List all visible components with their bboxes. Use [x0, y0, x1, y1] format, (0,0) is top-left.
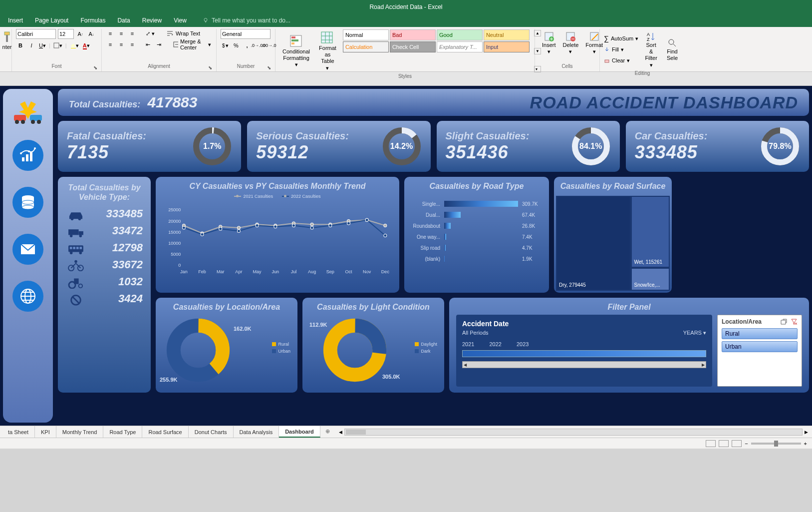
fill-button[interactable]: Fill ▾ [604, 44, 638, 54]
autosum-button[interactable]: ∑ AutoSum ▾ [604, 33, 638, 43]
accident-icon[interactable] [10, 99, 46, 124]
align-middle-button[interactable]: ≡ [117, 29, 126, 38]
bold-button[interactable]: B [16, 41, 25, 50]
border-button[interactable]: ▾ [52, 41, 63, 50]
tell-me-search[interactable]: Tell me what you want to do... [203, 17, 290, 24]
window-title: Road Accident Data - Excel [369, 3, 442, 10]
page-layout-view-button[interactable] [719, 440, 729, 447]
sheet-tab-ta-sheet[interactable]: ta Sheet [2, 426, 35, 438]
sheet-tab-road-type[interactable]: Road Type [103, 426, 142, 438]
data-nav-icon[interactable] [12, 187, 43, 218]
mail-nav-icon[interactable] [12, 234, 43, 265]
location-chart[interactable]: 162.0K 255.9K Rural Urban [156, 315, 297, 393]
orientation-button[interactable]: ⤢ ▾ [145, 29, 156, 38]
currency-button[interactable]: $▾ [221, 41, 230, 50]
horizontal-scrollbar[interactable]: ◀ ▶ [335, 426, 812, 438]
increase-font-button[interactable]: A↑ [76, 29, 85, 38]
style-check-cell[interactable]: Check Cell [390, 41, 436, 52]
decrease-decimal-button[interactable]: .00→.0 [265, 41, 273, 50]
font-dialog-launcher[interactable]: ⬊ [93, 65, 97, 70]
svg-point-96 [384, 224, 387, 227]
align-left-button[interactable]: ≡ [106, 40, 115, 49]
sheet-tab-dashboard[interactable]: Dashboard [279, 426, 320, 438]
style-good[interactable]: Good [437, 29, 483, 40]
align-center-button[interactable]: ≡ [117, 40, 126, 49]
style-bad[interactable]: Bad [390, 29, 436, 40]
align-top-button[interactable]: ≡ [106, 29, 115, 38]
style-explanatory[interactable]: Explanatory T... [437, 41, 483, 52]
timeline-slicer[interactable]: Accident Date All Periods YEARS ▾ 2021 2… [456, 315, 712, 387]
clear-button[interactable]: Clear ▾ [604, 55, 638, 65]
alignment-dialog-launcher[interactable]: ⬊ [208, 65, 212, 70]
align-bottom-button[interactable]: ≡ [128, 29, 137, 38]
format-as-table-button[interactable]: Format as Table ▾ [316, 29, 339, 73]
ribbon: nter A↑ A↓ B I U ▾ | ▾ | ▾ A ▾ Font⬊ [0, 27, 812, 72]
light-chart[interactable]: 112.9K 305.0K Daylight Dark [302, 315, 444, 393]
find-select-button[interactable]: Find Sele [664, 35, 681, 63]
percent-button[interactable]: % [232, 41, 241, 50]
increase-decimal-button[interactable]: .0→.00 [254, 41, 263, 50]
page-break-view-button[interactable] [732, 440, 742, 447]
sheet-tab-donut-charts[interactable]: Donut Charts [189, 426, 234, 438]
database-icon [19, 193, 37, 211]
svg-text:Feb: Feb [198, 270, 206, 275]
road-type-chart[interactable]: Single... 309.7K Dual... 67.4K Roundabou… [404, 194, 549, 293]
style-normal[interactable]: Normal [343, 29, 389, 40]
zoom-out-button[interactable]: − [745, 441, 748, 447]
normal-view-button[interactable] [706, 440, 716, 447]
align-right-button[interactable]: ≡ [128, 40, 137, 49]
sheet-tab-road-surface[interactable]: Road Surface [142, 426, 188, 438]
sheet-tab-monthly-trend[interactable]: Monthly Trend [56, 426, 104, 438]
tab-insert[interactable]: Insert [2, 15, 29, 26]
decrease-indent-button[interactable]: ⇤ [144, 40, 153, 49]
tab-formulas[interactable]: Formulas [74, 15, 111, 26]
number-format-select[interactable] [221, 29, 271, 39]
style-input[interactable]: Input [484, 41, 530, 52]
sort-filter-button[interactable]: AZSort & Filter ▾ [641, 29, 661, 70]
slicer-item-rural[interactable]: Rural [722, 328, 798, 339]
tab-view[interactable]: View [168, 15, 193, 26]
svg-text:10000: 10000 [168, 241, 181, 246]
timeline-bar[interactable] [462, 350, 706, 357]
tab-review[interactable]: Review [136, 15, 168, 26]
comma-button[interactable]: , [243, 41, 252, 50]
timeline-scrollbar[interactable]: ◀▶ [462, 361, 706, 368]
trend-chart[interactable]: 0500010000150002000025000JanFebMarAprMay… [156, 201, 399, 293]
svg-rect-11 [321, 32, 332, 43]
zoom-slider[interactable] [751, 443, 801, 445]
tab-data[interactable]: Data [111, 15, 136, 26]
svg-point-102 [274, 225, 277, 228]
font-size-select[interactable] [58, 29, 74, 39]
merge-center-button[interactable]: Merge & Center ▾ [172, 40, 212, 49]
insert-cells-button[interactable]: Insert ▾ [539, 29, 559, 57]
multi-select-icon[interactable] [781, 318, 788, 325]
number-dialog-launcher[interactable]: ⬊ [267, 65, 271, 70]
increase-indent-button[interactable]: ⇥ [155, 40, 164, 49]
location-slicer[interactable]: Location/Area Rural Urban [717, 315, 802, 387]
fill-color-button[interactable]: ▾ [69, 41, 80, 50]
font-color-button[interactable]: A ▾ [82, 41, 91, 50]
globe-nav-icon[interactable] [12, 281, 43, 312]
zoom-in-button[interactable]: + [804, 441, 807, 447]
tab-page-layout[interactable]: Page Layout [29, 15, 74, 26]
underline-button[interactable]: U ▾ [38, 41, 47, 50]
delete-cells-button[interactable]: Delete ▾ [560, 29, 582, 57]
format-painter-button[interactable]: nter [4, 29, 10, 52]
style-neutral[interactable]: Neutral [484, 29, 530, 40]
font-name-select[interactable] [16, 29, 56, 39]
vehicle-value: 12798 [112, 241, 143, 254]
conditional-formatting-button[interactable]: Conditional Formatting ▾ [279, 29, 313, 73]
slicer-item-urban[interactable]: Urban [722, 341, 798, 352]
sheet-tab-data-analysis[interactable]: Data Analysis [234, 426, 279, 438]
italic-button[interactable]: I [27, 41, 36, 50]
style-calculation[interactable]: Calculation [343, 41, 389, 52]
add-sheet-button[interactable]: ⊕ [320, 426, 335, 438]
surface-treemap[interactable]: Dry, 279445 Wet, 115261 Snow/Ice,... [556, 196, 670, 291]
clear-filter-icon[interactable] [791, 318, 798, 325]
decrease-font-button[interactable]: A↓ [87, 29, 96, 38]
analytics-nav-icon[interactable] [12, 140, 43, 171]
sheet-tab-kpi[interactable]: KPI [35, 426, 56, 438]
styles-gallery[interactable]: Normal Bad Good Neutral Calculation Chec… [342, 29, 530, 73]
wrap-text-button[interactable]: Wrap Text [166, 29, 201, 38]
svg-text:25000: 25000 [168, 207, 181, 212]
